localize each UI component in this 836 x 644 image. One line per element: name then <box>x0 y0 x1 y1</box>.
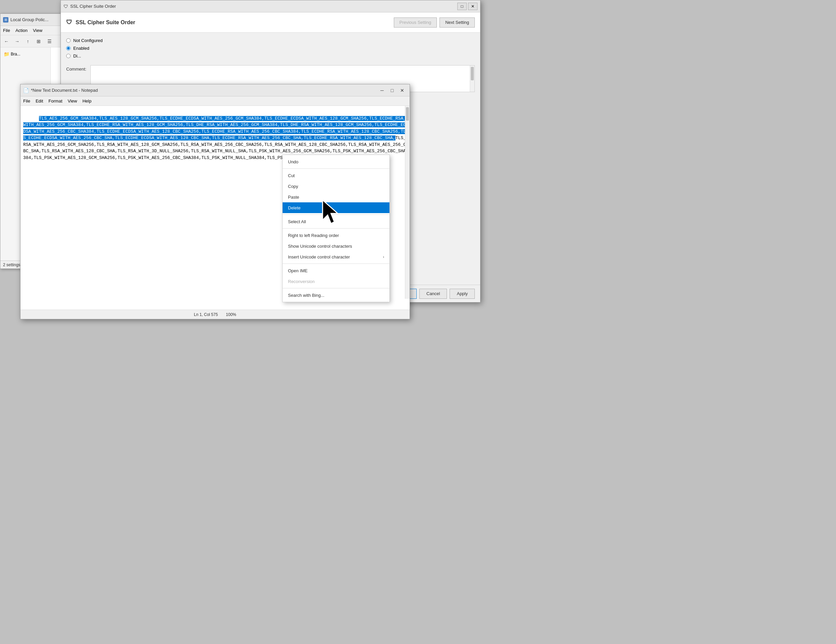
lgp-folder-item[interactable]: 📁 Bra... <box>2 50 49 58</box>
context-menu: Undo Cut Copy Paste Delete Select All Ri… <box>282 155 390 302</box>
ssl-titlebar-icon: 🛡 <box>64 4 68 9</box>
ssl-header-title: SSL Cipher Suite Order <box>76 20 136 26</box>
ctx-delete-label: Delete <box>288 205 301 211</box>
next-setting-btn[interactable]: Next Setting <box>439 18 475 28</box>
ctx-copy[interactable]: Copy <box>282 181 389 191</box>
ctx-sep-5 <box>282 288 389 288</box>
lgp-menu-view[interactable]: View <box>33 28 42 33</box>
notepad-close-btn[interactable]: ✕ <box>397 87 407 94</box>
apply-button[interactable]: Apply <box>450 289 475 299</box>
ssl-header-right[interactable]: Previous Setting Next Setting <box>394 18 475 28</box>
ctx-search-bing[interactable]: Search with Bing... <box>282 290 389 301</box>
cancel-button[interactable]: Cancel <box>420 289 447 299</box>
ssl-header: 🛡 SSL Cipher Suite Order Previous Settin… <box>61 12 480 33</box>
notepad-minimize-btn[interactable]: ─ <box>377 87 387 94</box>
ssl-radio-not-configured[interactable]: Not Configured <box>66 38 475 43</box>
ctx-search-bing-label: Search with Bing... <box>288 293 324 298</box>
ssl-header-left: 🛡 SSL Cipher Suite Order <box>66 19 136 26</box>
ssl-minimize-btn[interactable]: □ <box>457 3 467 10</box>
ctx-sep-3 <box>282 228 389 229</box>
notepad-position: Ln 1, Col 575 <box>194 312 218 317</box>
ssl-radio-disabled[interactable]: Di... <box>66 54 475 59</box>
notepad-menu-help[interactable]: Help <box>82 98 91 103</box>
folder-icon: 📁 <box>4 51 10 57</box>
ssl-comment-scrollbar-thumb <box>471 67 474 80</box>
ssl-close-btn[interactable]: ✕ <box>468 3 477 10</box>
ctx-rtl[interactable]: Right to left Reading order <box>282 230 389 241</box>
ctx-delete[interactable]: Delete <box>282 202 389 213</box>
ssl-comment-scrollbar[interactable] <box>470 65 474 92</box>
notepad-menu-view[interactable]: View <box>68 98 77 103</box>
notepad-menu-format[interactable]: Format <box>48 98 62 103</box>
ctx-rtl-label: Right to left Reading order <box>288 233 339 238</box>
radio-enabled[interactable] <box>66 46 70 51</box>
ctx-sep-2 <box>282 214 389 215</box>
radio-enabled-label: Enabled <box>73 46 89 51</box>
selected-text: TLS_AES_256_GCM_SHA384,TLS_AES_128_GCM_S… <box>23 116 406 141</box>
ctx-select-all[interactable]: Select All <box>282 216 389 227</box>
lgp-status-text: 2 settings <box>3 263 20 267</box>
notepad-scrollbar-thumb <box>406 107 409 121</box>
ctx-unicode-chars-label: Show Unicode control characters <box>288 244 352 249</box>
ctx-reconversion: Reconversion <box>282 276 389 287</box>
notepad-menubar[interactable]: File Edit Format View Help <box>21 96 410 106</box>
ctx-reconversion-label: Reconversion <box>288 279 315 284</box>
notepad-titlebar: 📄 *New Text Document.txt - Notepad ─ □ ✕ <box>21 84 410 96</box>
radio-disabled[interactable] <box>66 54 70 58</box>
notepad-icon: 📄 <box>23 88 29 93</box>
views-button[interactable]: ☰ <box>45 37 54 46</box>
ctx-open-ime-label: Open IME <box>288 268 308 273</box>
lgp-menu-file[interactable]: File <box>3 28 10 33</box>
ssl-titlebar: 🛡 SSL Cipher Suite Order □ ✕ <box>61 0 480 12</box>
ctx-unicode-chars[interactable]: Show Unicode control characters <box>282 241 389 252</box>
notepad-window-controls[interactable]: ─ □ ✕ <box>377 87 407 94</box>
ctx-insert-unicode-arrow: › <box>383 255 384 259</box>
properties-button[interactable]: ⊞ <box>34 37 43 46</box>
ctx-cut[interactable]: Cut <box>282 170 389 181</box>
back-button[interactable]: ← <box>2 37 11 46</box>
notepad-menu-edit[interactable]: Edit <box>36 98 43 103</box>
notepad-maximize-btn[interactable]: □ <box>387 87 397 94</box>
lgp-icon: ⊞ <box>3 17 8 23</box>
notepad-statusbar: Ln 1, Col 575 100% <box>21 310 410 319</box>
ctx-sep-1 <box>282 168 389 169</box>
folder-label: Bra... <box>11 52 21 56</box>
ctx-sep-4 <box>282 263 389 264</box>
ctx-undo-label: Undo <box>288 159 298 164</box>
lgp-menu-action[interactable]: Action <box>15 28 28 33</box>
notepad-scrollbar[interactable] <box>405 106 410 299</box>
notepad-zoom: 100% <box>226 312 236 317</box>
prev-setting-btn[interactable]: Previous Setting <box>394 18 437 28</box>
ctx-paste[interactable]: Paste <box>282 191 389 202</box>
ctx-open-ime[interactable]: Open IME <box>282 265 389 276</box>
ssl-header-icon: 🛡 <box>66 19 72 26</box>
radio-disabled-label: Di... <box>73 54 81 59</box>
ctx-insert-unicode[interactable]: Insert Unicode control character › <box>282 252 389 262</box>
ssl-window-controls[interactable]: □ ✕ <box>457 3 477 10</box>
notepad-title: *New Text Document.txt - Notepad <box>31 88 98 93</box>
ssl-radio-group: Not Configured Enabled Di... <box>66 38 475 59</box>
ctx-cut-label: Cut <box>288 173 295 178</box>
lgp-title: Local Group Polic... <box>10 17 48 22</box>
ssl-dialog-title: SSL Cipher Suite Order <box>70 4 116 9</box>
radio-not-configured-label: Not Configured <box>73 38 103 43</box>
forward-button[interactable]: → <box>12 37 22 46</box>
ctx-copy-label: Copy <box>288 184 298 189</box>
notepad-menu-file[interactable]: File <box>23 98 30 103</box>
ctx-insert-unicode-label: Insert Unicode control character <box>288 255 350 260</box>
ctx-select-all-label: Select All <box>288 219 306 224</box>
ssl-comment-label: Comment: <box>66 65 87 72</box>
up-button[interactable]: ↑ <box>23 37 33 46</box>
ssl-radio-enabled[interactable]: Enabled <box>66 46 475 51</box>
ctx-paste-label: Paste <box>288 195 299 199</box>
ctx-undo[interactable]: Undo <box>282 156 389 167</box>
radio-not-configured[interactable] <box>66 38 70 42</box>
